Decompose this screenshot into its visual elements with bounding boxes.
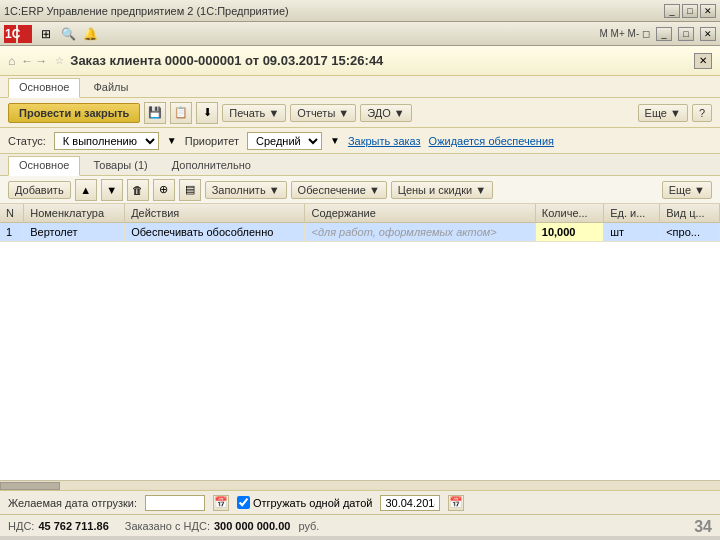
order-nds-item: Заказано с НДС: 300 000 000.00 руб. bbox=[125, 520, 320, 532]
bottom-bar: Желаемая дата отгрузки: 📅 Отгружать одно… bbox=[0, 490, 720, 514]
status-bar: Статус: К выполнению ▼ Приоритет Средний… bbox=[0, 128, 720, 154]
calendar-icon[interactable]: 📅 bbox=[213, 495, 229, 511]
tab-faily[interactable]: Файлы bbox=[82, 78, 139, 97]
save-icon[interactable]: 💾 bbox=[144, 102, 166, 124]
content-tab-dopolnitelno[interactable]: Дополнительно bbox=[161, 156, 262, 175]
edo-button[interactable]: ЭДО ▼ bbox=[360, 104, 412, 122]
close-window-button[interactable]: ✕ bbox=[700, 4, 716, 18]
ship-one-date-checkbox-label: Отгружать одной датой bbox=[237, 496, 372, 509]
copy-icon[interactable]: 📋 bbox=[170, 102, 192, 124]
print-button[interactable]: Печать ▼ bbox=[222, 104, 286, 122]
priority-arrow: ▼ bbox=[330, 135, 340, 146]
top-toolbar: 1С ⊞ 🔍 🔔 М М+ М- ◻ _ □ ✕ bbox=[0, 22, 720, 46]
data-table: N Номенклатура Действия Содержание Колич… bbox=[0, 204, 720, 242]
cell-actions: Обеспечивать обособленно bbox=[125, 223, 305, 242]
table-toolbar: Добавить ▲ ▼ 🗑 ⊕ ▤ Заполнить ▼ Обеспечен… bbox=[0, 176, 720, 204]
title-bar: 1С:ERP Управление предприятием 2 (1С:Пре… bbox=[0, 0, 720, 22]
col-price-type: Вид ц... bbox=[660, 204, 720, 223]
cell-quantity: 10,000 bbox=[535, 223, 603, 242]
content-tabs: Основное Товары (1) Дополнительно bbox=[0, 154, 720, 176]
grid-icon[interactable]: ⊞ bbox=[38, 26, 54, 42]
fill-button[interactable]: Заполнить ▼ bbox=[205, 181, 287, 199]
cell-n: 1 bbox=[0, 223, 24, 242]
provision-link[interactable]: Ожидается обеспечения bbox=[429, 135, 554, 147]
nds-label: НДС: bbox=[8, 520, 34, 532]
col-actions: Действия bbox=[125, 204, 305, 223]
currency-label: руб. bbox=[298, 520, 319, 532]
star-icon[interactable]: ☆ bbox=[55, 55, 64, 66]
col-n: N bbox=[0, 204, 24, 223]
toolbar-right-text: М М+ М- ◻ bbox=[600, 28, 651, 39]
copy-row-icon[interactable]: ⊕ bbox=[153, 179, 175, 201]
nds-value: 45 762 711.86 bbox=[38, 520, 108, 532]
cell-content: <для работ, оформляемых актом> bbox=[305, 223, 535, 242]
post-and-close-button[interactable]: Провести и закрыть bbox=[8, 103, 140, 123]
col-content: Содержание bbox=[305, 204, 535, 223]
window-title: Заказ клиента 0000-000001 от 09.03.2017 … bbox=[70, 53, 694, 68]
main-window: ⌂ ← → ☆ Заказ клиента 0000-000001 от 09.… bbox=[0, 46, 720, 536]
ship-one-date-checkbox[interactable] bbox=[237, 496, 250, 509]
tab-osnovnoe[interactable]: Основное bbox=[8, 78, 80, 98]
table-row[interactable]: 1 Вертолет Обеспечивать обособленно <для… bbox=[0, 223, 720, 242]
priority-label: Приоритет bbox=[185, 135, 239, 147]
ship-calendar-icon[interactable]: 📅 bbox=[448, 495, 464, 511]
reports-button[interactable]: Отчеты ▼ bbox=[290, 104, 356, 122]
toolbar-close[interactable]: ✕ bbox=[700, 27, 716, 41]
content-area: N Номенклатура Действия Содержание Колич… bbox=[0, 204, 720, 490]
minimize-button[interactable]: _ bbox=[664, 4, 680, 18]
bell-icon[interactable]: 🔔 bbox=[82, 26, 98, 42]
slide-number: 34 bbox=[694, 518, 712, 536]
arrow-down-icon[interactable]: ⬇ bbox=[196, 102, 218, 124]
col-nomenclature: Номенклатура bbox=[24, 204, 125, 223]
window-close-button[interactable]: ✕ bbox=[694, 53, 712, 69]
ship-date-input[interactable] bbox=[380, 495, 440, 511]
arrow-up-icon[interactable]: ▲ bbox=[75, 179, 97, 201]
title-bar-text: 1С:ERP Управление предприятием 2 (1С:Пре… bbox=[4, 5, 664, 17]
content-tab-tovary[interactable]: Товары (1) bbox=[82, 156, 158, 175]
order-nds-label: Заказано с НДС: bbox=[125, 520, 210, 532]
prices-button[interactable]: Цены и скидки ▼ bbox=[391, 181, 493, 199]
ship-one-date-label: Отгружать одной датой bbox=[253, 497, 372, 509]
arrow-down-small-icon[interactable]: ▼ bbox=[101, 179, 123, 201]
scrollbar-horizontal[interactable] bbox=[0, 480, 720, 490]
back-icon[interactable]: ← bbox=[21, 54, 33, 68]
logo-icon: 1С bbox=[4, 25, 32, 43]
footer: НДС: 45 762 711.86 Заказано с НДС: 300 0… bbox=[0, 514, 720, 536]
col-unit: Ед. и... bbox=[604, 204, 660, 223]
delete-icon[interactable]: 🗑 bbox=[127, 179, 149, 201]
title-bar-buttons: _ □ ✕ bbox=[664, 4, 716, 18]
content-tab-osnovnoe[interactable]: Основное bbox=[8, 156, 80, 176]
window-title-bar: ⌂ ← → ☆ Заказ клиента 0000-000001 от 09.… bbox=[0, 46, 720, 76]
cell-nomenclature: Вертолет bbox=[24, 223, 125, 242]
more-button[interactable]: Еще ▼ bbox=[638, 104, 688, 122]
provision-button[interactable]: Обеспечение ▼ bbox=[291, 181, 387, 199]
nav-tabs: Основное Файлы bbox=[0, 76, 720, 98]
status-arrow: ▼ bbox=[167, 135, 177, 146]
nds-item: НДС: 45 762 711.86 bbox=[8, 520, 109, 532]
toolbar-maximize[interactable]: □ bbox=[678, 27, 694, 41]
table-icon[interactable]: ▤ bbox=[179, 179, 201, 201]
table-area: N Номенклатура Действия Содержание Колич… bbox=[0, 204, 720, 242]
maximize-button[interactable]: □ bbox=[682, 4, 698, 18]
magnifier-icon[interactable]: 🔍 bbox=[60, 26, 76, 42]
action-toolbar: Провести и закрыть 💾 📋 ⬇ Печать ▼ Отчеты… bbox=[0, 98, 720, 128]
col-quantity: Количе... bbox=[535, 204, 603, 223]
desired-date-input[interactable] bbox=[145, 495, 205, 511]
order-nds-value: 300 000 000.00 bbox=[214, 520, 290, 532]
cell-price-type: <про... bbox=[660, 223, 720, 242]
cell-unit: шт bbox=[604, 223, 660, 242]
scrollbar-thumb[interactable] bbox=[0, 482, 60, 490]
svg-text:1С: 1С bbox=[5, 27, 21, 41]
desired-date-label: Желаемая дата отгрузки: bbox=[8, 497, 137, 509]
status-label: Статус: bbox=[8, 135, 46, 147]
toolbar-minimize[interactable]: _ bbox=[656, 27, 672, 41]
add-button[interactable]: Добавить bbox=[8, 181, 71, 199]
home-icon[interactable]: ⌂ bbox=[8, 54, 15, 68]
status-select[interactable]: К выполнению bbox=[54, 132, 159, 150]
table-more-button[interactable]: Еще ▼ bbox=[662, 181, 712, 199]
help-button[interactable]: ? bbox=[692, 104, 712, 122]
close-order-link[interactable]: Закрыть заказ bbox=[348, 135, 421, 147]
priority-select[interactable]: Средний bbox=[247, 132, 322, 150]
forward-icon[interactable]: → bbox=[35, 54, 47, 68]
